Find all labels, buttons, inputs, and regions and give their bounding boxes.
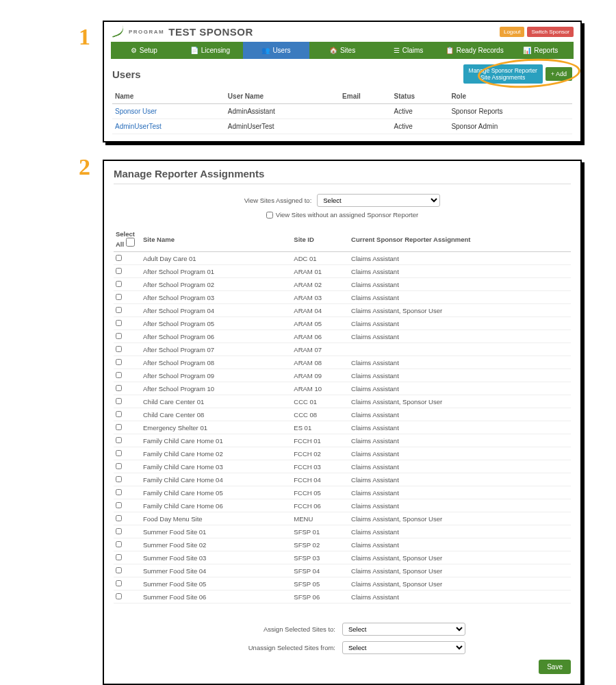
site-id-cell: CCC 08 bbox=[292, 408, 349, 421]
assignment-cell: Claims Assistant, Sponsor User bbox=[349, 577, 571, 590]
row-checkbox[interactable] bbox=[116, 268, 122, 274]
main-nav: ⚙ Setup 📄 Licensing 👥 Users 🏠 Sites ☰ Cl… bbox=[111, 42, 574, 59]
row-checkbox[interactable] bbox=[116, 528, 122, 534]
assignment-cell: Claims Assistant, Sponsor User bbox=[349, 304, 571, 317]
row-checkbox[interactable] bbox=[116, 463, 122, 469]
nav-reports[interactable]: 📊 Reports bbox=[507, 42, 574, 59]
table-row: Family Child Care Home 04FCCH 04Claims A… bbox=[114, 473, 571, 486]
table-row: Family Child Care Home 01FCCH 01Claims A… bbox=[114, 434, 571, 447]
row-checkbox[interactable] bbox=[116, 424, 122, 430]
select-cell bbox=[114, 590, 141, 603]
view-sites-select[interactable]: Select bbox=[317, 194, 440, 207]
table-row: Family Child Care Home 06FCCH 06Claims A… bbox=[114, 499, 571, 512]
site-name-cell: Family Child Care Home 03 bbox=[141, 460, 292, 473]
row-checkbox[interactable] bbox=[116, 411, 122, 417]
row-checkbox[interactable] bbox=[116, 320, 122, 326]
row-checkbox[interactable] bbox=[116, 502, 122, 508]
logout-button[interactable]: Logout bbox=[500, 27, 524, 37]
users-table-header: Name User Name Email Status Role bbox=[112, 89, 572, 104]
col-name[interactable]: Name bbox=[112, 89, 225, 104]
col-site-id[interactable]: Site ID bbox=[292, 227, 349, 252]
row-checkbox[interactable] bbox=[116, 385, 122, 391]
manage-heading: Manage Reporter Assignments bbox=[114, 168, 571, 184]
nav-setup[interactable]: ⚙ Setup bbox=[111, 42, 177, 59]
assignment-cell bbox=[349, 343, 571, 356]
select-all-checkbox[interactable] bbox=[126, 238, 135, 247]
assign-select[interactable]: Select bbox=[342, 623, 465, 636]
manage-reporter-assignments-button[interactable]: Manage Sponsor Reporter Site Assignments bbox=[463, 64, 543, 84]
user-name-link[interactable]: Sponsor User bbox=[115, 108, 157, 115]
row-checkbox[interactable] bbox=[116, 437, 122, 443]
site-id-cell: ADC 01 bbox=[292, 252, 349, 265]
nav-users[interactable]: 👥 Users bbox=[243, 42, 309, 59]
row-checkbox[interactable] bbox=[116, 281, 122, 287]
row-checkbox[interactable] bbox=[116, 476, 122, 482]
row-checkbox[interactable] bbox=[116, 255, 122, 261]
site-id-cell: ARAM 09 bbox=[292, 369, 349, 382]
home-icon: 🏠 bbox=[329, 47, 337, 54]
user-name-cell: AdminUserTest bbox=[112, 119, 225, 134]
nav-claims[interactable]: ☰ Claims bbox=[375, 42, 441, 59]
col-status[interactable]: Status bbox=[392, 89, 449, 104]
row-checkbox[interactable] bbox=[116, 593, 122, 599]
status-cell: Active bbox=[392, 119, 449, 134]
select-cell bbox=[114, 278, 141, 291]
row-checkbox[interactable] bbox=[116, 372, 122, 378]
col-username[interactable]: User Name bbox=[225, 89, 339, 104]
site-id-cell: FCCH 02 bbox=[292, 447, 349, 460]
assignment-cell: Claims Assistant bbox=[349, 525, 571, 538]
table-row: After School Program 10ARAM 10Claims Ass… bbox=[114, 382, 571, 395]
manage-reporter-panel: Manage Reporter Assignments View Sites A… bbox=[103, 160, 582, 685]
assign-block: Assign Selected Sites to: Select Unassig… bbox=[114, 623, 571, 674]
row-checkbox[interactable] bbox=[116, 333, 122, 339]
col-site-name[interactable]: Site Name bbox=[141, 227, 292, 252]
row-checkbox[interactable] bbox=[116, 359, 122, 365]
user-name-link[interactable]: AdminUserTest bbox=[115, 123, 162, 130]
row-checkbox[interactable] bbox=[116, 346, 122, 352]
assignment-cell: Claims Assistant bbox=[349, 421, 571, 434]
table-row: Summer Food Site 03SFSP 03Claims Assista… bbox=[114, 551, 571, 564]
assign-label: Assign Selected Sites to: bbox=[219, 625, 335, 633]
site-name-cell: Summer Food Site 03 bbox=[141, 551, 292, 564]
row-checkbox[interactable] bbox=[116, 450, 122, 456]
users-toolbar: Users Manage Sponsor Reporter Site Assig… bbox=[104, 59, 580, 89]
manage-btn-line2: Site Assignments bbox=[480, 74, 525, 81]
col-assignment[interactable]: Current Sponsor Reporter Assignment bbox=[349, 227, 571, 252]
table-row: AdminUserTestAdminUserTestActiveSponsor … bbox=[112, 119, 572, 134]
row-checkbox[interactable] bbox=[116, 489, 122, 495]
without-reporter-checkbox[interactable] bbox=[266, 212, 273, 219]
nav-sites[interactable]: 🏠 Sites bbox=[309, 42, 376, 59]
switch-sponsor-button[interactable]: Switch Sponsor bbox=[527, 27, 574, 37]
site-name-cell: After School Program 07 bbox=[141, 343, 292, 356]
nav-ready-records[interactable]: 📋 Ready Records bbox=[441, 42, 508, 59]
site-name-cell: Summer Food Site 05 bbox=[141, 577, 292, 590]
nav-sites-label: Sites bbox=[340, 47, 355, 54]
row-checkbox[interactable] bbox=[116, 554, 122, 560]
row-checkbox[interactable] bbox=[116, 567, 122, 573]
username-cell: AdminUserTest bbox=[225, 119, 339, 134]
table-row: Family Child Care Home 05FCCH 05Claims A… bbox=[114, 486, 571, 499]
site-name-cell: Summer Food Site 01 bbox=[141, 525, 292, 538]
assignment-cell: Claims Assistant bbox=[349, 356, 571, 369]
col-role[interactable]: Role bbox=[448, 89, 572, 104]
select-cell bbox=[114, 317, 141, 330]
row-checkbox[interactable] bbox=[116, 307, 122, 313]
row-checkbox[interactable] bbox=[116, 398, 122, 404]
row-checkbox[interactable] bbox=[116, 580, 122, 586]
select-cell bbox=[114, 525, 141, 538]
unassign-select[interactable]: Select bbox=[342, 641, 465, 654]
col-email[interactable]: Email bbox=[339, 89, 391, 104]
assignment-cell: Claims Assistant bbox=[349, 434, 571, 447]
add-user-button[interactable]: + Add bbox=[546, 67, 572, 81]
unassign-row: Unassign Selected Sites from: Select bbox=[114, 641, 571, 654]
users-icon: 👥 bbox=[261, 47, 270, 54]
assignment-cell: Claims Assistant bbox=[349, 291, 571, 304]
row-checkbox[interactable] bbox=[116, 294, 122, 300]
site-id-cell: FCCH 01 bbox=[292, 434, 349, 447]
save-button[interactable]: Save bbox=[539, 660, 571, 674]
site-id-cell: CCC 01 bbox=[292, 395, 349, 408]
row-checkbox[interactable] bbox=[116, 541, 122, 547]
nav-licensing[interactable]: 📄 Licensing bbox=[177, 42, 244, 59]
row-checkbox[interactable] bbox=[116, 515, 122, 521]
role-cell: Sponsor Admin bbox=[448, 119, 572, 134]
